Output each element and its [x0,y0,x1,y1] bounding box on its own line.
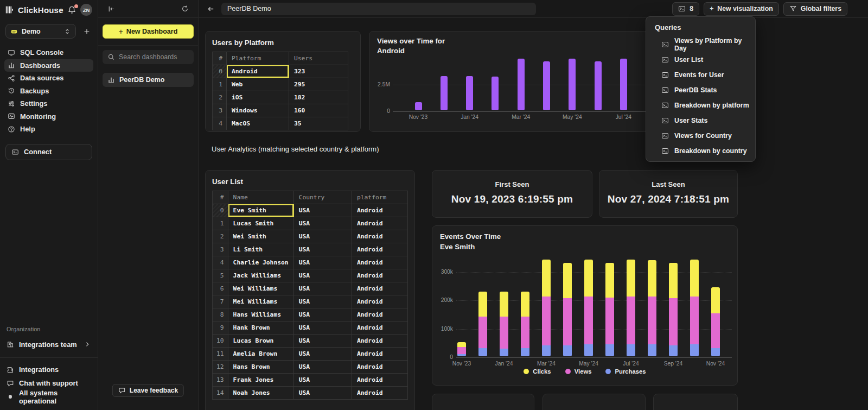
table-cell[interactable]: 35 [289,117,348,130]
table-cell[interactable]: Web [227,78,289,91]
bar-segment-clicks-nov-24[interactable] [711,287,720,313]
table-header-index[interactable]: # [213,191,228,204]
table-cell[interactable]: USA [293,204,352,217]
table-cell[interactable]: Mei Williams [228,295,293,308]
bar-segment-clicks-jul-24[interactable] [627,260,635,297]
table-cell[interactable]: Hank Brown [228,321,293,335]
table-cell[interactable]: Windows [227,104,289,117]
dashboard-title-input[interactable] [221,3,536,15]
sidebar-item-all-systems-operational[interactable]: All systems operational [0,390,98,403]
sidebar-item-monitoring[interactable]: Monitoring [4,110,93,123]
chart-bar-nov-23[interactable] [415,102,422,110]
table-cell[interactable]: 160 [289,104,348,117]
dashboard-item-peerdb-demo[interactable]: PeerDB Demo [103,73,194,87]
query-item-peerdb-stats[interactable]: PeerDB Stats [646,83,755,98]
bar-segment-clicks-oct-24[interactable] [690,260,699,297]
table-cell[interactable]: Android [352,204,407,217]
bar-segment-views-jun-24[interactable] [605,297,614,344]
table-cell[interactable]: Android [352,361,407,374]
sidebar-item-chat-with-support[interactable]: Chat with support [0,376,98,390]
table-cell[interactable]: USA [293,256,352,269]
chart-bar-jan-24[interactable] [466,76,473,110]
table-cell[interactable]: Android [352,374,407,387]
bar-segment-purchases-jul-24[interactable] [627,344,635,356]
table-cell[interactable]: Android [352,256,407,269]
table-cell[interactable]: Android [352,282,407,295]
notifications-bell-icon[interactable] [67,5,76,15]
legend-item-purchases[interactable]: Purchases [605,368,646,375]
table-cell[interactable]: USA [293,295,352,308]
bar-segment-purchases-nov-24[interactable] [711,348,720,356]
table-cell[interactable]: Lucas Brown [228,335,293,348]
query-item-views-for-country[interactable]: Views for Country [646,128,755,143]
table-cell[interactable]: Frank Jones [228,374,293,387]
query-item-views-by-platform-by-day[interactable]: Views by Platform by Day [646,37,755,52]
global-filters-button[interactable]: Global filters [783,2,847,16]
bar-segment-clicks-jan-24[interactable] [500,292,508,317]
table-cell[interactable]: Android [352,387,407,400]
chart-bar-mar-24[interactable] [518,59,525,110]
table-cell[interactable]: USA [293,335,352,348]
bar-segment-purchases-oct-24[interactable] [690,344,699,356]
bar-segment-purchases-mar-24[interactable] [542,345,551,356]
bar-segment-views-oct-24[interactable] [690,297,699,344]
bar-segment-purchases-sep-24[interactable] [669,345,678,356]
bar-segment-clicks-nov-23[interactable] [457,342,466,347]
bar-segment-purchases-jun-24[interactable] [605,344,614,356]
refresh-icon[interactable] [180,3,190,14]
bar-segment-clicks-aug-24[interactable] [648,260,656,297]
table-cell[interactable]: Android [352,308,407,321]
table-cell[interactable]: Android [352,230,407,243]
sidebar-item-backups[interactable]: Backups [4,85,93,98]
bar-segment-clicks-jun-24[interactable] [605,263,614,298]
legend-item-clicks[interactable]: Clicks [524,368,551,375]
table-cell[interactable]: Android [227,65,289,78]
sidebar-item-sql-console[interactable]: SQL Console [4,46,93,59]
bar-segment-views-jul-24[interactable] [627,297,635,344]
bar-segment-clicks-sep-24[interactable] [669,263,678,298]
sidebar-item-data-sources[interactable]: Data sources [4,72,93,85]
table-cell[interactable]: USA [293,230,352,243]
bar-segment-purchases-nov-23[interactable] [457,354,466,356]
sidebar-item-settings[interactable]: Settings [4,97,93,110]
bar-segment-clicks-mar-24[interactable] [542,260,551,297]
table-cell[interactable]: Hans Brown [228,361,293,374]
table-cell[interactable]: Noah Jones [228,387,293,400]
table-cell[interactable]: Amelia Brown [228,348,293,361]
table-cell[interactable]: 295 [289,78,348,91]
back-arrow-icon[interactable] [205,3,216,14]
table-cell[interactable]: USA [293,282,352,295]
bar-segment-purchases-apr-24[interactable] [563,345,572,356]
chart-bar-feb-24[interactable] [492,77,499,110]
bar-segment-views-nov-24[interactable] [711,313,720,348]
add-workspace-button[interactable] [81,26,92,37]
table-cell[interactable]: Android [352,295,407,308]
bar-segment-purchases-aug-24[interactable] [648,344,656,356]
table-cell[interactable]: Hans Williams [228,308,293,321]
bar-segment-purchases-jan-24[interactable] [500,349,508,356]
chart-bar-may-24[interactable] [569,59,576,110]
table-cell[interactable]: Charlie Johnson [228,256,293,269]
table-header-country[interactable]: Country [293,191,352,204]
table-cell[interactable]: USA [293,361,352,374]
bar-segment-views-feb-24[interactable] [521,317,529,348]
table-cell[interactable]: Li Smith [228,243,293,256]
legend-item-views[interactable]: Views [565,368,592,375]
bar-segment-purchases-feb-24[interactable] [521,348,529,356]
table-header-users[interactable]: Users [289,52,348,65]
query-item-events-for-user[interactable]: Events for User [646,67,755,83]
chart-bar-apr-24[interactable] [543,61,550,110]
table-cell[interactable]: 323 [289,65,348,78]
new-dashboard-button[interactable]: + New Dashboard [103,24,194,39]
table-cell[interactable]: Wei Williams [228,282,293,295]
table-header-platform[interactable]: Platform [227,52,289,65]
sidebar-item-integrations[interactable]: Integrations [0,363,98,376]
table-cell[interactable]: MacOS [227,117,289,130]
bar-segment-clicks-dec-23[interactable] [478,292,487,317]
table-cell[interactable]: USA [293,321,352,335]
query-item-breakdown-by-platform[interactable]: Breakdown by platform [646,98,755,113]
query-item-breakdown-by-country[interactable]: Breakdown by country [646,143,755,159]
bar-segment-views-nov-23[interactable] [457,347,466,354]
table-cell[interactable]: Android [352,348,407,361]
table-cell[interactable]: Android [352,335,407,348]
